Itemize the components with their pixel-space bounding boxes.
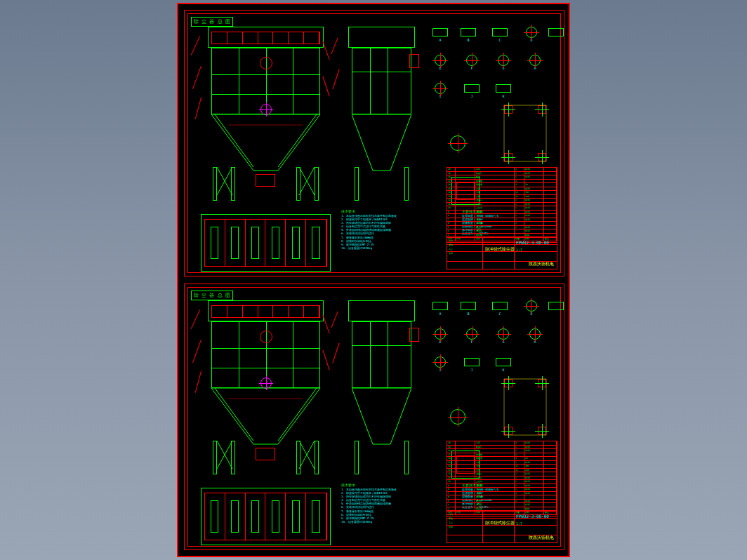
inspection-port-icon — [260, 57, 272, 69]
svg-rect-3 — [504, 379, 546, 435]
side-elevation-view — [341, 27, 422, 202]
title-block: 脉冲袋式除尘器 PPW32-3-00-00 1:7 陕西沃德机电 设计 审核 工… — [447, 237, 557, 269]
foundation-bolt-layout — [504, 379, 546, 435]
sheet-title-tag: 除 尘 器 总 图 — [191, 291, 233, 300]
plan-view — [201, 488, 331, 545]
inlet-centerline-icon — [260, 104, 272, 115]
side-elevation-view — [341, 300, 422, 476]
sheet-title-tag: 除 尘 器 总 图 — [191, 17, 233, 27]
front-elevation-view — [201, 300, 331, 476]
svg-rect-1 — [504, 105, 546, 161]
clean-air-plenum — [208, 27, 324, 48]
drawing-sheet-1: 除 尘 器 总 图 — [184, 10, 564, 276]
title-block: 脉冲袋式除尘器 PPW32-3-00-00 1:7 陕西沃德机电 设计 审核 工… — [447, 511, 557, 543]
cad-viewport[interactable]: 除 尘 器 总 图 — [177, 3, 570, 557]
foundation-bolt-layout — [504, 105, 546, 161]
side-body — [352, 48, 411, 114]
parts-list-table: 20吊耳4Q235 19检修门1Q235 18气包1Q235 17脉冲阀4 16… — [447, 441, 557, 516]
discharge-valve — [256, 174, 275, 187]
technical-requirements: 技术要求 1. 本设备按图示和有关技术条件制造和验收2. 焊接采用手工电弧焊,焊… — [341, 209, 454, 274]
plan-view — [201, 214, 331, 272]
sheet-border: 除 尘 器 总 图 — [187, 287, 561, 547]
parts-list-table: 20吊耳4Q235 19检修门1Q235 18气包1Q235 17脉冲阀4 16… — [447, 167, 557, 243]
sheet-border: 除 尘 器 总 图 — [187, 13, 561, 273]
drawing-sheet-2: 除 尘 器 总 图 — [184, 284, 564, 550]
front-elevation-view — [201, 27, 331, 202]
technical-requirements: 技术要求 1. 本设备按图示和有关技术条件制造和验收2. 焊接采用手工电弧焊,焊… — [341, 483, 454, 547]
